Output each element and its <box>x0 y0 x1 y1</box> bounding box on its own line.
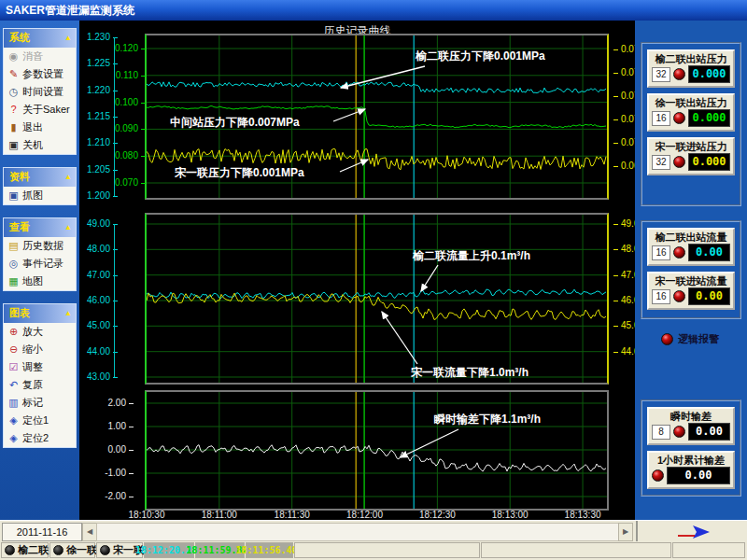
chart-annotation: 宋一联压力下降0.001MPa <box>174 166 304 179</box>
adjust-icon: ☑ <box>7 362 20 372</box>
chart-annotation: 瞬时输差下降1.1m³/h <box>433 413 541 426</box>
gauge-address-box: 8 <box>652 425 670 440</box>
axis-tick-label: 0.072 <box>621 115 635 124</box>
x-axis-tick-label: 18:12:30 <box>409 510 465 520</box>
axis-tick-label: 44.00 <box>621 347 635 357</box>
chart-plot-流量[interactable]: 榆二联流量上升0.1m³/h宋一联流量下降1.0m³/h <box>145 213 609 385</box>
gauge-value-display: 0.000 <box>688 153 730 171</box>
chart-svg-2: 瞬时输差下降1.1m³/h <box>147 392 607 509</box>
gauge-value-display: 0.00 <box>667 467 730 484</box>
axis-tick <box>613 301 618 301</box>
axis-tick-label: 45.00 <box>79 321 110 330</box>
sidebar-item-shutdown[interactable]: ▣关机 <box>4 136 76 154</box>
time-settings-icon: ◷ <box>7 87 20 97</box>
sidebar-item-adjust[interactable]: ☑调整 <box>4 358 76 376</box>
collapse-chevron-icon[interactable]: ▲ <box>64 224 72 231</box>
shutdown-icon: ▣ <box>7 140 20 150</box>
axis-tick-label: -1.00 <box>94 469 126 478</box>
sidebar-panel-0: 系统▲◉消音✎参数设置◷时间设置?关于Saker▮退出▣关机 <box>3 28 77 155</box>
chart-annotation: 中间站压力下降0.007MPa <box>170 116 300 129</box>
axis-tick <box>141 156 146 157</box>
axis-tick-label: 0.074 <box>621 91 635 101</box>
scroll-right-button[interactable]: ▶ <box>618 523 633 541</box>
collapse-chevron-icon[interactable]: ▲ <box>64 35 72 42</box>
axis-tick-label: 46.00 <box>79 296 110 305</box>
locate2-icon: ◈ <box>7 433 20 443</box>
sidebar-item-zoom-in[interactable]: ⊕放大 <box>4 323 76 341</box>
play-forward-button[interactable] <box>639 522 745 541</box>
sidebar-item-mark[interactable]: ▥标记 <box>4 394 76 412</box>
event-log-icon: ◎ <box>7 259 20 269</box>
mute-icon: ◉ <box>7 51 20 62</box>
collapse-chevron-icon[interactable]: ▲ <box>64 174 72 181</box>
sidebar-item-zoom-out[interactable]: ⊖缩小 <box>4 341 76 358</box>
axis-tick <box>613 224 618 225</box>
gauge-address-box: 32 <box>652 67 670 82</box>
axis-tick-label: 1.205 <box>79 165 110 175</box>
window-titlebar[interactable]: SAKER管道泄漏监测系统 <box>0 0 747 21</box>
sidebar-item-history-data[interactable]: ▤历史数据 <box>4 237 76 255</box>
cyan-axis-line <box>114 224 115 377</box>
axis-tick <box>141 103 146 104</box>
axis-tick-label: 47.00 <box>621 271 635 280</box>
gauge-宋一联进站压力: 宋一联进站压力320.000 <box>647 137 735 175</box>
sidebar-item-exit[interactable]: ▮退出 <box>4 119 76 136</box>
sidebar-item-event-log[interactable]: ◎事件记录 <box>4 255 76 273</box>
gauge-address-box: 32 <box>652 155 670 170</box>
sidebar: 系统▲◉消音✎参数设置◷时间设置?关于Saker▮退出▣关机资料▲▣抓图查看▲▤… <box>0 21 79 520</box>
axis-tick-label: 0.070 <box>106 178 138 188</box>
sidebar-panel-title: 资料 <box>9 170 30 184</box>
time-scrollbar[interactable] <box>96 523 619 541</box>
sidebar-item-label: 缩小 <box>22 343 43 357</box>
sidebar-panel-header[interactable]: 图表▲ <box>4 304 76 323</box>
gauge-address-box: 16 <box>652 111 670 126</box>
status-empty-cell <box>481 542 671 558</box>
axis-tick <box>613 249 618 250</box>
logic-alarm-led <box>661 333 673 345</box>
gauge-title: 徐一联出站压力 <box>651 96 731 109</box>
sidebar-item-about[interactable]: ?关于Saker <box>4 101 76 119</box>
sidebar-item-locate1[interactable]: ◈定位1 <box>4 412 76 429</box>
snapshot-icon: ▣ <box>7 190 20 201</box>
chart-plot-输差[interactable]: 瞬时输差下降1.1m³/h <box>145 390 609 511</box>
gauge-led <box>673 112 685 124</box>
axis-tick-label: 47.00 <box>79 271 110 280</box>
station-cell-徐一联: 徐一联 <box>49 542 95 558</box>
sidebar-item-mute: ◉消音 <box>4 48 76 65</box>
sidebar-item-snapshot[interactable]: ▣抓图 <box>4 187 76 204</box>
x-axis-tick-label: 18:13:30 <box>555 510 611 520</box>
gauge-徐一联出站压力: 徐一联出站压力160.000 <box>647 93 735 132</box>
axis-tick-label: 45.00 <box>621 321 635 330</box>
settings-icon: ✎ <box>7 69 20 79</box>
sidebar-item-restore[interactable]: ↶复原 <box>4 376 76 394</box>
sidebar-panel-header[interactable]: 查看▲ <box>4 218 76 237</box>
chart-svg-1: 榆二联流量上升0.1m³/h宋一联流量下降1.0m³/h <box>147 215 607 383</box>
date-selector[interactable]: 2011-11-16 <box>2 523 82 541</box>
sidebar-panel-header[interactable]: 系统▲ <box>4 29 76 48</box>
gauge-value-display: 0.000 <box>688 65 730 83</box>
station-label: 徐一联 <box>66 543 97 557</box>
sidebar-item-label: 调整 <box>22 360 43 374</box>
collapse-chevron-icon[interactable]: ▲ <box>64 310 72 317</box>
series-宋一联进站流量 <box>147 293 606 319</box>
scroll-left-button[interactable]: ◀ <box>82 523 97 541</box>
chart-svg-0: 榆二联压力下降0.001MPa中间站压力下降0.007MPa宋一联压力下降0.0… <box>147 35 607 198</box>
gauge-value-display: 0.00 <box>688 287 730 305</box>
chart-plot-压力[interactable]: 榆二联压力下降0.001MPa中间站压力下降0.007MPa宋一联压力下降0.0… <box>145 34 609 200</box>
sidebar-item-label: 定位2 <box>22 431 49 445</box>
about-icon: ? <box>7 105 20 115</box>
gauge-title: 瞬时输差 <box>651 410 731 423</box>
gauge-榆二联出站压力: 榆二联出站压力320.000 <box>647 49 735 88</box>
axis-tick-label: 0.070 <box>621 138 635 147</box>
gauge-led <box>673 156 685 168</box>
axis-tick-label: 0.076 <box>621 68 635 77</box>
sidebar-item-settings[interactable]: ✎参数设置 <box>4 65 76 83</box>
sidebar-item-time-settings[interactable]: ◷时间设置 <box>4 83 76 101</box>
zoom-out-icon: ⊖ <box>7 344 20 355</box>
gauge-title: 榆二联出站流量 <box>651 231 731 244</box>
sidebar-item-map[interactable]: ▦地图 <box>4 273 76 290</box>
sidebar-panel-header[interactable]: 资料▲ <box>4 168 76 187</box>
sidebar-item-locate2[interactable]: ◈定位2 <box>4 429 76 447</box>
axis-tick-label: 1.230 <box>79 33 110 42</box>
chart-annotation: 榆二联压力下降0.001MPa <box>415 49 545 63</box>
